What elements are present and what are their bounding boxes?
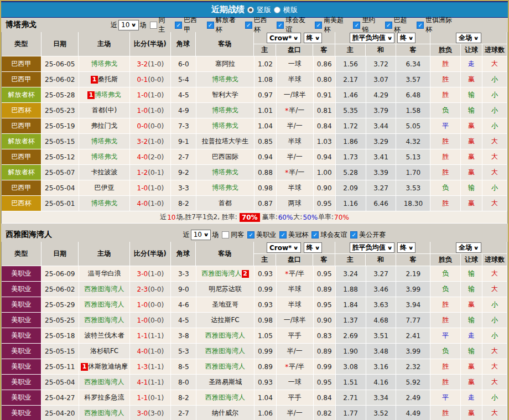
chevron-down-icon: ∨	[293, 245, 299, 251]
league-checkbox-5[interactable]: ✓	[353, 22, 360, 29]
select-value: 10	[121, 21, 129, 29]
asian-home-odds: 1.02	[254, 56, 277, 72]
league-checkbox-1[interactable]: ✓	[207, 22, 214, 29]
same-venue-checkbox[interactable]	[150, 22, 157, 29]
league-checkbox-4[interactable]: ✓	[315, 22, 322, 29]
league-badge: 美职业	[2, 328, 41, 344]
result-outcome: 胜	[430, 313, 461, 328]
asian-home-odds: 0.94	[254, 149, 277, 165]
score-cell: 1-3(1-1)	[130, 359, 171, 375]
europe-away-odds: 3.57	[396, 72, 430, 87]
handicap-text: 两球	[288, 199, 302, 208]
halftime-score: (2-0)	[148, 153, 164, 161]
match-row: 美职业25-05-18波特兰伐木者1-1(1-1)3-8西雅图海湾人1.05平手…	[2, 328, 507, 344]
column-header: 类型	[2, 242, 41, 266]
score-cell: 4-1(1-1)	[130, 375, 171, 390]
result-goals: 小	[482, 297, 507, 313]
final-europe-select[interactable]: 终∨	[397, 242, 415, 253]
company-select[interactable]: Crow*∨	[267, 242, 301, 253]
europe-away-odds: 6.34	[396, 56, 430, 72]
result-outcome: 负	[430, 282, 461, 297]
result-goals: 小	[482, 103, 507, 118]
team-name-text: 洛杉矶FC	[90, 346, 118, 356]
corner-cell: 4-9	[171, 103, 196, 118]
europe-away-odds: 2.32	[396, 359, 430, 375]
league-checkbox-2[interactable]: ✓	[311, 231, 319, 238]
result-handicap: 赢	[461, 165, 482, 180]
company-select[interactable]: Crow*∨	[267, 33, 301, 43]
games-count-select[interactable]: 10∨	[191, 230, 211, 240]
europe-away-odds: 2.49	[396, 390, 430, 406]
league-checkbox-2[interactable]: ✓	[245, 22, 252, 29]
layout-radio-horizontal[interactable]	[274, 7, 281, 13]
team-name-text: 巴西国际	[212, 152, 238, 162]
team-name-text: 科罗拉多急流	[85, 393, 124, 402]
europe-away-odds: 5.05	[396, 118, 430, 134]
chevron-down-icon: ∨	[474, 245, 479, 251]
halftime-score: (0-0)	[148, 286, 164, 293]
europe-draw-odds: 3.79	[366, 103, 397, 118]
league-checkbox-6[interactable]: ✓	[385, 22, 392, 29]
league-checkbox-1[interactable]: ✓	[279, 231, 287, 238]
corner-cell: 9-2	[171, 165, 196, 180]
asian-home-odds: 1.01	[254, 103, 277, 118]
chevron-down-icon: ∨	[387, 35, 392, 41]
handicap-cell: 一球	[277, 375, 314, 390]
asian-home-odds: 0.89	[254, 359, 277, 375]
europe-avg-select[interactable]: 胜平负均值∨	[350, 242, 394, 253]
asian-home-odds: 0.97	[254, 87, 277, 103]
layout-radio-vertical[interactable]	[247, 7, 254, 13]
league-checkbox-0[interactable]: ✓	[175, 22, 182, 29]
europe-away-odds: 18.30	[396, 196, 430, 211]
select-value: Crow*	[269, 244, 292, 252]
league-checkbox-label: 世俱洲际杯	[425, 15, 458, 34]
league-badge: 美职业	[2, 406, 41, 420]
home-team-cell: 波特兰伐木者	[79, 328, 131, 344]
scope-select[interactable]: 全场∨	[456, 242, 481, 253]
league-checkbox-label: 巴西杯	[254, 15, 273, 34]
fulltime-score: 0-0	[137, 122, 148, 130]
table-header: 类型日期主场比分(半场)角球客场Crow*∨终∨主盘口客胜平负均值∨终∨主和客全…	[2, 32, 507, 56]
header-group-subcols: 胜负让球进球数	[430, 44, 507, 56]
score-cell: 1-1(1-1)	[130, 328, 171, 344]
team-name-text: 西雅图海湾人	[205, 331, 245, 340]
match-row: 美职业25-04-27科罗拉多急流1-1(0-1)8-2西雅图海湾人1.04平手…	[2, 390, 507, 406]
scope-select[interactable]: 全场∨	[456, 33, 481, 43]
chevron-down-icon: ∨	[314, 245, 320, 251]
layout-radio-label: 横版	[283, 5, 298, 15]
halftime-score: (0-1)	[148, 394, 164, 402]
results-table: 类型日期主场比分(半场)角球客场Crow*∨终∨主盘口客胜平负均值∨终∨主和客全…	[1, 242, 508, 420]
home-team-cell: 博塔弗戈	[79, 196, 131, 211]
final-asian-select[interactable]: 终∨	[304, 33, 322, 43]
home-team-cell: 西雅图海湾人	[79, 282, 131, 297]
europe-draw-odds: 3.72	[366, 56, 397, 72]
win-rate-highlight: 70%	[240, 213, 260, 222]
league-checkbox-3[interactable]: ✓	[277, 22, 284, 29]
europe-away-odds: 5.92	[396, 375, 430, 390]
league-badge: 巴西甲	[2, 149, 41, 165]
sub-column-header: 和	[366, 44, 396, 56]
result-goals: 大	[482, 165, 507, 180]
halftime-score: (1-1)	[148, 363, 164, 371]
final-asian-select[interactable]: 终∨	[304, 242, 322, 253]
final-europe-select[interactable]: 终∨	[397, 33, 415, 43]
league-checkbox-3[interactable]: ✓	[350, 231, 357, 238]
games-count-select[interactable]: 10∨	[118, 20, 139, 30]
home-team-cell: 1博塔弗戈	[79, 87, 131, 103]
asian-home-odds: 1.08	[254, 72, 277, 87]
team-name-text: 波特兰伐木者	[85, 331, 124, 340]
date-cell: 25-05-23	[41, 103, 79, 118]
handicap-text: 半/一	[287, 346, 303, 356]
league-checkbox-7[interactable]: ✓	[417, 22, 424, 29]
layout-radio-group: 竖版横版	[247, 5, 298, 15]
halftime-score: (1-1)	[148, 378, 164, 386]
league-checkbox-0[interactable]: ✓	[247, 231, 254, 238]
same-venue-label: 同主	[159, 15, 172, 34]
same-venue-checkbox[interactable]	[222, 231, 229, 238]
fulltime-score: 1-0	[137, 91, 148, 99]
header-group-selects: Crow*∨终∨	[254, 32, 335, 44]
result-outcome: 胜	[430, 87, 461, 103]
home-team-cell: 首都(中)	[79, 103, 131, 118]
result-outcome: 胜	[430, 165, 461, 180]
europe-avg-select[interactable]: 胜平负均值∨	[350, 33, 394, 43]
